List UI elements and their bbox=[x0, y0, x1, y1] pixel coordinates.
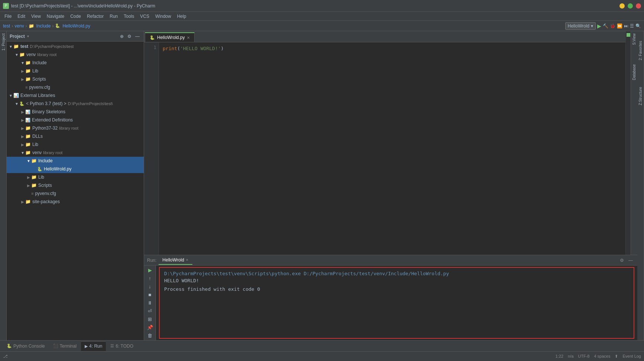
bottom-tab-python-console[interactable]: 🐍 Python Console bbox=[3, 341, 49, 351]
code-line-1: print('HELLO WORLD!') bbox=[163, 45, 617, 52]
editor-tab-hellowrold[interactable]: 🐍 HelloWrold.py ✕ bbox=[145, 32, 195, 42]
arrow-venv-ext: ▼ bbox=[20, 151, 25, 155]
sidebar-tab-database[interactable]: Database bbox=[631, 62, 637, 82]
bottom-tab-terminal[interactable]: ⬛ Terminal bbox=[49, 341, 80, 351]
menu-item-window[interactable]: Window bbox=[152, 13, 174, 20]
tree-item-venv-ext[interactable]: ▼ 📁 venv library root bbox=[7, 149, 144, 157]
editor-area: 🐍 HelloWrold.py ✕ 1 bbox=[144, 31, 625, 255]
run-stop-btn[interactable]: ■ bbox=[146, 292, 154, 298]
status-upload-icon: ⬆ bbox=[615, 354, 618, 359]
sidebar-tab-sview[interactable]: S:View bbox=[631, 31, 637, 47]
menu-item-refactor[interactable]: Refactor bbox=[84, 13, 107, 20]
run-rerun-btn[interactable]: ▶ bbox=[146, 267, 154, 274]
run-tab-label: HelloWrold bbox=[162, 257, 184, 263]
left-sidebar: 1: Project bbox=[0, 31, 7, 340]
arrow-python37: ▼ bbox=[14, 102, 19, 106]
run-trash-btn[interactable]: 🗑 bbox=[146, 332, 154, 339]
tree-item-pyvenv2[interactable]: ▶ ≡ pyvenv.cfg bbox=[7, 189, 144, 198]
tree-item-test[interactable]: ▼ 📁 test D:\PycharmProjects\test bbox=[7, 42, 144, 51]
tree-item-dlls[interactable]: ▶ 📁 DLLs bbox=[7, 132, 144, 140]
tree-item-python37[interactable]: ▼ 🐍 < Python 3.7 (test) > D:\PycharmProj… bbox=[7, 100, 144, 108]
tree-item-venv[interactable]: ▼ 📁 venv library root bbox=[7, 51, 144, 59]
menu-item-view[interactable]: View bbox=[28, 13, 44, 20]
tree-item-py3732[interactable]: ▶ 📁 Python37-32 library root bbox=[7, 124, 144, 132]
run-scroll-btn[interactable]: ⊞ bbox=[146, 316, 154, 322]
profile-button[interactable]: ⏭ bbox=[624, 23, 628, 29]
sidebar-tab-favorites[interactable]: 2: Favorites bbox=[638, 39, 643, 62]
build-button[interactable]: 🔨 bbox=[603, 23, 608, 29]
cfg-icon-pyvenv1: ≡ bbox=[25, 85, 27, 90]
run-pin-btn[interactable]: 📌 bbox=[146, 324, 154, 331]
settings-button[interactable]: ☰ bbox=[630, 23, 634, 29]
panel-settings-btn[interactable]: ⚙ bbox=[126, 33, 133, 39]
line-numbers: 1 bbox=[144, 42, 159, 255]
status-indent[interactable]: 4 spaces bbox=[594, 354, 610, 359]
panel-locate-btn[interactable]: ⊕ bbox=[119, 33, 125, 39]
debug-button[interactable]: 🐞 bbox=[610, 23, 615, 29]
tree-item-binskel[interactable]: ▶ 📊 Binary Skeletons bbox=[7, 108, 144, 116]
menu-item-tools[interactable]: Tools bbox=[121, 13, 137, 20]
menu-item-file[interactable]: File bbox=[1, 13, 14, 20]
coverage-button[interactable]: ⏩ bbox=[617, 23, 622, 29]
bottom-tab-run[interactable]: ▶ 4: Run bbox=[81, 341, 106, 351]
status-linesep[interactable]: n/a bbox=[568, 354, 573, 359]
menu-item-navigate[interactable]: Navigate bbox=[44, 13, 67, 20]
tree-item-sitepackages[interactable]: ▶ 📁 site-packages bbox=[7, 198, 144, 206]
maximize-button[interactable]: □ bbox=[628, 3, 633, 9]
run-config-dropdown[interactable]: HelloWrold ▾ bbox=[565, 22, 596, 30]
run-tab-close[interactable]: ✕ bbox=[186, 258, 189, 262]
project-panel-header: Project ▾ ⊕ ⚙ — bbox=[7, 31, 144, 42]
tree-item-lib-ext[interactable]: ▶ 📁 Lib bbox=[7, 140, 144, 149]
tab-close-btn[interactable]: ✕ bbox=[187, 36, 190, 40]
arrow-lib-ext: ▶ bbox=[20, 143, 25, 147]
run-panel-settings-btn[interactable]: ⚙ bbox=[618, 257, 625, 264]
tree-item-pyvenv1[interactable]: ▶ ≡ pyvenv.cfg bbox=[7, 83, 144, 91]
tree-item-lib-venv[interactable]: ▶ 📁 Lib bbox=[7, 173, 144, 181]
tree-item-scripts[interactable]: ▶ 📁 Scripts bbox=[7, 75, 144, 83]
run-output-text: HELLO WORLD! bbox=[164, 278, 629, 283]
menu-item-help[interactable]: Help bbox=[174, 13, 189, 20]
breadcrumb-file[interactable]: HelloWrold.py bbox=[62, 23, 90, 29]
run-button[interactable]: ▶ bbox=[597, 23, 601, 29]
panel-collapse-btn[interactable]: — bbox=[134, 33, 141, 39]
status-encoding[interactable]: UTF-8 bbox=[578, 354, 589, 359]
project-dropdown-arrow[interactable]: ▾ bbox=[27, 34, 29, 38]
run-panel-sidebar: ▶ ↑ ↓ ■ ⏸ ⏎ ⊞ 📌 🗑 bbox=[144, 266, 156, 340]
close-button[interactable]: ✕ bbox=[636, 3, 641, 9]
tree-item-lib[interactable]: ▶ 📁 Lib bbox=[7, 67, 144, 75]
status-event-log[interactable]: Event Log bbox=[622, 354, 641, 359]
code-area[interactable]: print('HELLO WORLD!') bbox=[160, 42, 620, 255]
run-label: Run: bbox=[147, 258, 156, 263]
tree-item-extlibs[interactable]: ▼ 📊 External Libraries bbox=[7, 91, 144, 100]
menu-item-code[interactable]: Code bbox=[67, 13, 84, 20]
menu-item-edit[interactable]: Edit bbox=[14, 13, 28, 20]
kw-print: print bbox=[163, 46, 177, 51]
arrow-binskel: ▶ bbox=[20, 110, 25, 114]
search-button[interactable]: 🔍 bbox=[635, 23, 641, 29]
run-output: D:\PycharmProjects\test\venv\Scripts\pyt… bbox=[160, 268, 634, 338]
breadcrumb-include[interactable]: Include bbox=[36, 23, 51, 29]
arrow-test: ▼ bbox=[8, 45, 13, 49]
run-wrap-btn[interactable]: ⏎ bbox=[146, 308, 154, 314]
bottom-tab-todo[interactable]: ☰ 6: TODO bbox=[107, 341, 137, 351]
tree-item-scripts-venv[interactable]: ▶ 📁 Scripts bbox=[7, 181, 144, 189]
tree-item-hellowrold[interactable]: ▶ 🐍 HelloWrold.py bbox=[7, 165, 144, 173]
status-position[interactable]: 1:22 bbox=[556, 354, 563, 359]
tree-item-include[interactable]: ▼ 📁 Include bbox=[7, 59, 144, 67]
tree-item-extdef[interactable]: ▶ 📊 Extended Definitions bbox=[7, 116, 144, 124]
breadcrumb-venv[interactable]: venv bbox=[14, 23, 24, 29]
run-up-btn[interactable]: ↑ bbox=[146, 275, 154, 282]
breadcrumb-test[interactable]: test bbox=[3, 23, 10, 29]
menu-item-run[interactable]: Run bbox=[107, 13, 121, 20]
run-down-btn[interactable]: ↓ bbox=[146, 283, 154, 290]
tree-item-include-sel[interactable]: ▼ 📁 Include bbox=[7, 157, 144, 165]
run-pause-btn[interactable]: ⏸ bbox=[146, 300, 154, 306]
menu-item-vcs[interactable]: VCS bbox=[137, 13, 152, 20]
run-panel-close-btn[interactable]: — bbox=[627, 257, 634, 264]
sidebar-tab-structure[interactable]: Z:Structure bbox=[638, 85, 643, 107]
run-tab-hellowrold[interactable]: HelloWrold ✕ bbox=[159, 256, 192, 265]
sidebar-tab-project[interactable]: 1: Project bbox=[0, 31, 6, 53]
editor-content[interactable]: 1 print('HELLO WORLD!') bbox=[144, 42, 625, 255]
minimize-button[interactable]: — bbox=[619, 3, 625, 9]
folder-icon-dlls: 📁 bbox=[25, 134, 31, 139]
